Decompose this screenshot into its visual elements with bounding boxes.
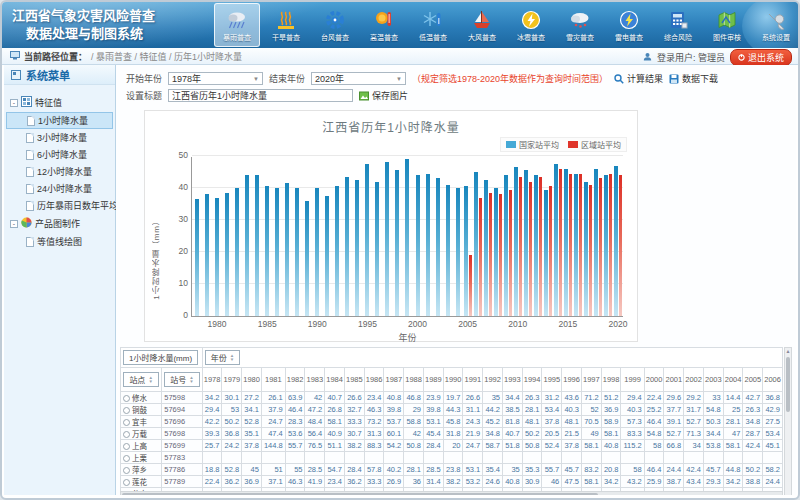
bar-group-1985 xyxy=(262,157,272,316)
x-tick: 2020 xyxy=(609,319,628,329)
power-icon xyxy=(738,54,745,61)
sidebar-item-等值线绘图[interactable]: 等值线绘图 xyxy=(6,233,113,250)
nav-item-map-review[interactable]: 图件审核 xyxy=(704,3,750,47)
chart-title-input[interactable] xyxy=(168,89,353,102)
vertical-scrollbar-thumb[interactable] xyxy=(786,357,790,412)
nav-item-typhoon[interactable]: 台风普查 xyxy=(312,3,358,47)
tree-group-0[interactable]: -特征值 xyxy=(6,93,113,112)
value-cell: 83.2 xyxy=(581,464,601,476)
nav-item-lightning[interactable]: 雷电普查 xyxy=(606,3,652,47)
sidebar-item-历年暴雨日数年平均雨量[interactable]: 历年暴雨日数年平均雨量 xyxy=(6,197,113,214)
station-radio[interactable] xyxy=(123,479,130,486)
year-column-header[interactable]: 2004 xyxy=(723,368,743,392)
year-column-header[interactable]: 1999 xyxy=(621,368,644,392)
station-radio[interactable] xyxy=(123,407,130,414)
year-column-header[interactable]: 1990 xyxy=(443,368,463,392)
logout-button[interactable]: 退出系统 xyxy=(730,49,792,66)
nav-item-snow[interactable]: 雪灾普查 xyxy=(557,3,603,47)
horizontal-scrollbar[interactable] xyxy=(120,491,783,495)
year-column-header[interactable]: 2001 xyxy=(664,368,684,392)
save-image-button[interactable]: 保存图片 xyxy=(359,89,408,102)
nav-item-settings[interactable]: 系统设置 xyxy=(753,3,798,47)
station-radio[interactable] xyxy=(123,395,130,402)
nav-item-drought[interactable]: 干旱普查 xyxy=(263,3,309,47)
page-icon xyxy=(26,184,34,194)
year-column-header[interactable]: 1989 xyxy=(423,368,443,392)
table-row: 上高5769925.724.237.8144.855.776.551.138.2… xyxy=(121,440,783,452)
value-cell: 58.1 xyxy=(581,440,601,452)
bar-national xyxy=(574,174,578,316)
sidebar-item-3小时降水量[interactable]: 3小时降水量 xyxy=(6,129,113,146)
nav-item-rain-cloud[interactable]: 暴雨普查 xyxy=(214,3,260,47)
vertical-scrollbar[interactable]: ▲ xyxy=(784,347,792,495)
value-cell: 28.1 xyxy=(404,464,424,476)
year-column-header[interactable]: 1982 xyxy=(285,368,305,392)
horizontal-scrollbar-thumb[interactable] xyxy=(122,493,598,495)
nav-item-wind[interactable]: 大风普查 xyxy=(459,3,505,47)
tree-toggle-icon[interactable]: - xyxy=(10,220,18,228)
station-radio[interactable] xyxy=(123,431,130,438)
tree-group-label: 特征值 xyxy=(35,96,62,109)
bar-regional xyxy=(589,185,592,316)
unit-selector[interactable]: 1小时降水量(mm) xyxy=(123,350,198,365)
year-column-header[interactable]: 1996 xyxy=(562,368,582,392)
sidebar-item-12小时降水量[interactable]: 12小时降水量 xyxy=(6,163,113,180)
tree-toggle-icon[interactable]: - xyxy=(10,99,18,107)
year-sort-button[interactable]: 年份 ▲▼ xyxy=(205,350,240,365)
year-column-header[interactable]: 2005 xyxy=(743,368,763,392)
nav-item-risk-calc[interactable]: 综合风险 xyxy=(655,3,701,47)
year-column-header[interactable]: 1997 xyxy=(581,368,601,392)
station-sort-button[interactable]: 站点 ▲▼ xyxy=(123,372,158,387)
scroll-up-arrow[interactable]: ▲ xyxy=(785,348,791,355)
year-column-header[interactable]: 2000 xyxy=(644,368,664,392)
year-column-header[interactable]: 1979 xyxy=(222,368,242,392)
year-column-header[interactable]: 1995 xyxy=(542,368,562,392)
nav-item-high-temp[interactable]: 高温普查 xyxy=(361,3,407,47)
year-column-header[interactable]: 1981 xyxy=(261,368,285,392)
value-cell: 34.2 xyxy=(601,476,621,488)
value-cell: 26.6 xyxy=(344,392,364,404)
year-column-header[interactable]: 2003 xyxy=(703,368,723,392)
bar-national xyxy=(514,167,518,316)
value-cell: 46.3 xyxy=(364,404,384,416)
compute-button[interactable]: 计算结果 xyxy=(614,72,663,85)
year-column-header[interactable]: 1991 xyxy=(463,368,483,392)
station-radio[interactable] xyxy=(123,455,130,462)
start-year-select[interactable]: 1978年▼ xyxy=(168,72,263,85)
sidebar-item-24小时降水量[interactable]: 24小时降水量 xyxy=(6,180,113,197)
year-column-header[interactable]: 1985 xyxy=(344,368,364,392)
year-column-header[interactable]: 1984 xyxy=(325,368,345,392)
station-radio[interactable] xyxy=(123,419,130,426)
value-cell: 40.8 xyxy=(502,476,522,488)
nav-item-label: 低温普查 xyxy=(419,32,447,42)
year-column-header[interactable]: 2002 xyxy=(684,368,704,392)
year-column-header[interactable]: 1998 xyxy=(601,368,621,392)
year-column-header[interactable]: 2006 xyxy=(763,368,783,392)
sidebar-item-1小时降水量[interactable]: 1小时降水量 xyxy=(6,112,113,129)
year-column-header[interactable]: 1993 xyxy=(502,368,522,392)
year-column-header[interactable]: 1983 xyxy=(305,368,325,392)
nav-item-hail[interactable]: 冰雹普查 xyxy=(508,3,554,47)
sidebar-item-6小时降水量[interactable]: 6小时降水量 xyxy=(6,146,113,163)
station-radio[interactable] xyxy=(123,467,130,474)
value-cell: 28.5 xyxy=(423,464,443,476)
year-column-header[interactable]: 1988 xyxy=(404,368,424,392)
year-column-header[interactable]: 1986 xyxy=(364,368,384,392)
value-cell xyxy=(743,452,763,464)
year-column-header[interactable]: 1987 xyxy=(384,368,404,392)
nav-item-low-temp[interactable]: 低温普查 xyxy=(410,3,456,47)
year-column-header[interactable]: 1994 xyxy=(522,368,542,392)
bar-national xyxy=(385,162,389,316)
bar-national xyxy=(474,172,478,316)
bar-group-2010 xyxy=(513,157,523,316)
tree-group-1[interactable]: -产品图制作 xyxy=(6,214,113,233)
end-year-select[interactable]: 2020年▼ xyxy=(311,72,406,85)
station-id-sort-button[interactable]: 站号 ▲▼ xyxy=(164,372,199,387)
station-radio[interactable] xyxy=(123,443,130,450)
download-button[interactable]: 数据下载 xyxy=(669,72,718,85)
year-column-header[interactable]: 1992 xyxy=(483,368,503,392)
year-column-header[interactable]: 1980 xyxy=(242,368,262,392)
year-column-header[interactable]: 1978 xyxy=(202,368,222,392)
value-cell xyxy=(443,452,463,464)
sidebar-item-label: 24小时降水量 xyxy=(37,182,92,195)
